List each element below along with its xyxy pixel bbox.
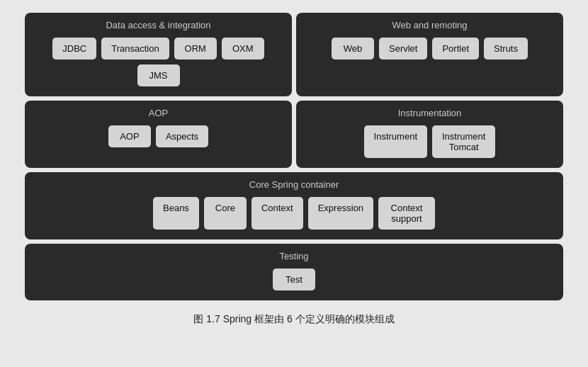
panel-instrumentation: Instrumentation Instrument Instrument To… [296, 101, 563, 168]
chip-orm: ORM [174, 38, 217, 60]
panel-data-access-title: Data access & integration [106, 20, 210, 30]
panel-aop-items: AOP Aspects [33, 125, 283, 147]
chip-beans: Beans [153, 197, 199, 230]
chip-servlet: Servlet [379, 38, 427, 60]
chip-jdbc: JDBC [52, 38, 96, 60]
chip-instrument: Instrument [364, 125, 427, 158]
panel-core-spring: Core Spring container Beans Core Context… [25, 172, 563, 239]
panel-testing: Testing Test [25, 244, 563, 300]
chip-portlet: Portlet [432, 38, 479, 60]
chip-context: Context [251, 197, 303, 230]
chip-oxm: OXM [222, 38, 264, 60]
spring-diagram: Data access & integration JDBC Transacti… [25, 13, 563, 300]
panel-web-remoting-title: Web and remoting [392, 20, 468, 30]
chip-aspects: Aspects [156, 125, 208, 147]
chip-core: Core [204, 197, 247, 230]
panel-data-access-items: JDBC Transaction ORM OXM JMS [33, 38, 283, 86]
panel-testing-title: Testing [279, 251, 308, 261]
row-data-web: Data access & integration JDBC Transacti… [25, 13, 563, 96]
chip-context-support: Context support [378, 197, 435, 230]
row-aop-instrumentation: AOP AOP Aspects Instrumentation Instrume… [25, 101, 563, 168]
panel-web-remoting: Web and remoting Web Servlet Portlet Str… [296, 13, 563, 96]
panel-aop-title: AOP [149, 108, 168, 118]
chip-transaction: Transaction [101, 38, 169, 60]
diagram-caption: 图 1.7 Spring 框架由 6 个定义明确的模块组成 [193, 313, 394, 326]
chip-aop: AOP [108, 125, 151, 147]
panel-core-spring-items: Beans Core Context Expression Context su… [33, 197, 555, 230]
chip-jms: JMS [137, 64, 180, 86]
panel-core-spring-title: Core Spring container [249, 179, 339, 190]
panel-data-access: Data access & integration JDBC Transacti… [25, 13, 292, 96]
chip-test: Test [273, 269, 315, 290]
chip-web: Web [332, 38, 374, 60]
panel-aop: AOP AOP Aspects [25, 101, 292, 168]
chip-struts: Struts [484, 38, 528, 60]
panel-web-remoting-items: Web Servlet Portlet Struts [305, 38, 555, 60]
chip-expression: Expression [308, 197, 373, 230]
panel-instrumentation-items: Instrument Instrument Tomcat [305, 125, 555, 158]
chip-instrument-tomcat: Instrument Tomcat [432, 125, 495, 158]
panel-testing-items: Test [33, 269, 555, 290]
diagram-wrapper: Data access & integration JDBC Transacti… [25, 13, 563, 300]
panel-instrumentation-title: Instrumentation [398, 108, 462, 118]
